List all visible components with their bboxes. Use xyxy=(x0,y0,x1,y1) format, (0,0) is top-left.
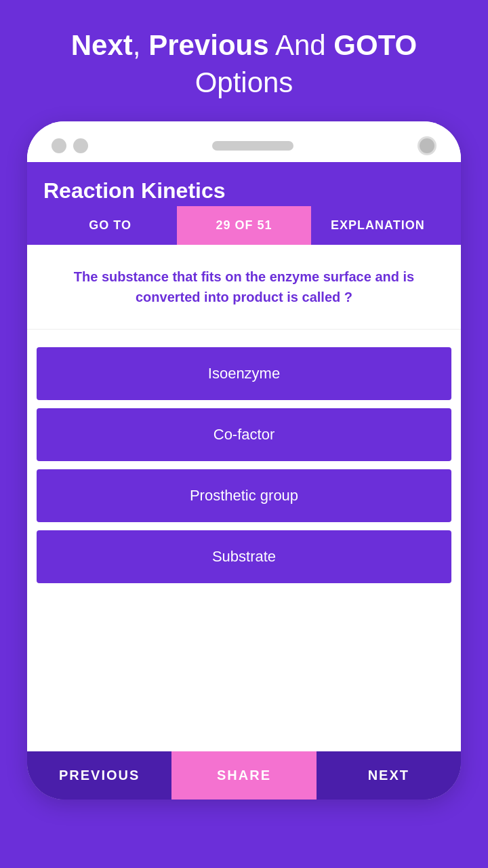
phone-speaker xyxy=(212,141,293,151)
tab-explanation[interactable]: EXPLANATION xyxy=(311,206,445,245)
title-previous: Previous xyxy=(148,29,268,61)
bottom-bar: PREVIOUS SHARE NEXT xyxy=(27,751,461,800)
title-next: Next xyxy=(71,29,133,61)
answer-cofactor[interactable]: Co-factor xyxy=(37,408,451,461)
previous-button[interactable]: PREVIOUS xyxy=(27,751,171,800)
phone-dot-1 xyxy=(52,138,66,153)
title-goto: GOTO xyxy=(333,29,417,61)
phone-camera xyxy=(418,136,436,155)
title-options: Options xyxy=(195,66,293,98)
phone-dot-2 xyxy=(73,138,88,153)
phone-frame: Reaction Kinetics GO TO 29 OF 51 EXPLANA… xyxy=(27,121,461,800)
tab-progress[interactable]: 29 OF 51 xyxy=(177,206,310,245)
content-spacer xyxy=(27,587,461,751)
share-button[interactable]: SHARE xyxy=(171,751,316,800)
answer-substrate[interactable]: Substrate xyxy=(37,530,451,583)
page-title: Next, Previous And GOTO Options xyxy=(0,0,488,121)
app-header-title: Reaction Kinetics xyxy=(43,178,445,203)
tab-bar: GO TO 29 OF 51 EXPLANATION xyxy=(43,206,445,245)
phone-top-bar xyxy=(27,121,461,162)
next-button[interactable]: NEXT xyxy=(317,751,461,800)
answer-prosthetic-group[interactable]: Prosthetic group xyxy=(37,469,451,522)
question-text: The substance that fits on the enzyme su… xyxy=(43,267,445,307)
answers-area: Isoenzyme Co-factor Prosthetic group Sub… xyxy=(37,335,451,587)
question-area: The substance that fits on the enzyme su… xyxy=(27,245,461,330)
tab-goto[interactable]: GO TO xyxy=(43,206,177,245)
title-and: And xyxy=(275,29,326,61)
app-content: Reaction Kinetics GO TO 29 OF 51 EXPLANA… xyxy=(27,162,461,800)
phone-dots xyxy=(52,138,88,153)
answers-wrapper: Isoenzyme Co-factor Prosthetic group Sub… xyxy=(27,330,461,587)
answer-isoenzyme[interactable]: Isoenzyme xyxy=(37,347,451,400)
app-header: Reaction Kinetics GO TO 29 OF 51 EXPLANA… xyxy=(27,162,461,245)
